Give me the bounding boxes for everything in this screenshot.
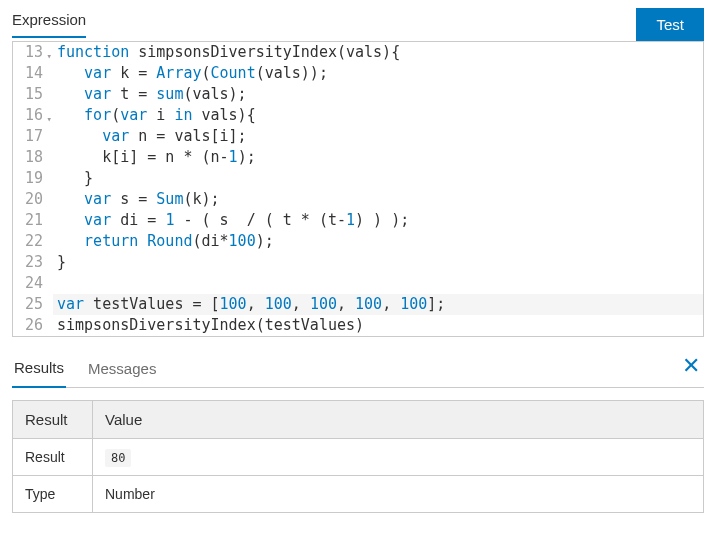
- tab-results[interactable]: Results: [12, 353, 66, 388]
- line-number: 21: [13, 210, 53, 231]
- code-line[interactable]: 14 var k = Array(Count(vals));: [13, 63, 703, 84]
- line-number: 25: [13, 294, 53, 315]
- code-content[interactable]: }: [53, 168, 703, 189]
- code-line[interactable]: 20 var s = Sum(k);: [13, 189, 703, 210]
- code-line[interactable]: 22 return Round(di*100);: [13, 231, 703, 252]
- code-content[interactable]: var testValues = [100, 100, 100, 100, 10…: [53, 294, 703, 315]
- table-row: Result80: [13, 439, 704, 476]
- line-number: 14: [13, 63, 53, 84]
- line-number: 22: [13, 231, 53, 252]
- row-value: 80: [93, 439, 704, 476]
- code-line[interactable]: 13function simpsonsDiversityIndex(vals){: [13, 42, 703, 63]
- code-line[interactable]: 26simpsonsDiversityIndex(testValues): [13, 315, 703, 336]
- code-content[interactable]: k[i] = n * (n-1);: [53, 147, 703, 168]
- line-number: 26: [13, 315, 53, 336]
- code-line[interactable]: 25var testValues = [100, 100, 100, 100, …: [13, 294, 703, 315]
- code-content[interactable]: var n = vals[i];: [53, 126, 703, 147]
- code-content[interactable]: var s = Sum(k);: [53, 189, 703, 210]
- code-line[interactable]: 16 for(var i in vals){: [13, 105, 703, 126]
- code-editor[interactable]: 13function simpsonsDiversityIndex(vals){…: [12, 41, 704, 337]
- close-icon[interactable]: ✕: [682, 353, 700, 379]
- code-line[interactable]: 18 k[i] = n * (n-1);: [13, 147, 703, 168]
- line-number: 23: [13, 252, 53, 273]
- row-value: Number: [93, 476, 704, 513]
- line-number: 24: [13, 273, 53, 294]
- line-number: 16: [13, 105, 53, 126]
- line-number: 18: [13, 147, 53, 168]
- code-content[interactable]: var di = 1 - ( s / ( t * (t-1) ) );: [53, 210, 703, 231]
- code-line[interactable]: 21 var di = 1 - ( s / ( t * (t-1) ) );: [13, 210, 703, 231]
- code-content[interactable]: return Round(di*100);: [53, 231, 703, 252]
- row-label: Type: [13, 476, 93, 513]
- line-number: 15: [13, 84, 53, 105]
- code-line[interactable]: 17 var n = vals[i];: [13, 126, 703, 147]
- code-content[interactable]: var k = Array(Count(vals));: [53, 63, 703, 84]
- code-content[interactable]: }: [53, 252, 703, 273]
- tab-expression[interactable]: Expression: [12, 11, 86, 38]
- results-table: Result Value Result80TypeNumber: [12, 400, 704, 513]
- table-row: TypeNumber: [13, 476, 704, 513]
- code-line[interactable]: 24: [13, 273, 703, 294]
- code-line[interactable]: 23}: [13, 252, 703, 273]
- test-button[interactable]: Test: [636, 8, 704, 41]
- line-number: 17: [13, 126, 53, 147]
- code-content[interactable]: function simpsonsDiversityIndex(vals){: [53, 42, 703, 63]
- code-content[interactable]: for(var i in vals){: [53, 105, 703, 126]
- header-value: Value: [93, 401, 704, 439]
- line-number: 13: [13, 42, 53, 63]
- line-number: 20: [13, 189, 53, 210]
- code-line[interactable]: 19 }: [13, 168, 703, 189]
- code-content[interactable]: var t = sum(vals);: [53, 84, 703, 105]
- row-label: Result: [13, 439, 93, 476]
- tab-messages[interactable]: Messages: [86, 354, 158, 387]
- code-line[interactable]: 15 var t = sum(vals);: [13, 84, 703, 105]
- code-content[interactable]: simpsonsDiversityIndex(testValues): [53, 315, 703, 336]
- line-number: 19: [13, 168, 53, 189]
- header-result: Result: [13, 401, 93, 439]
- code-content[interactable]: [53, 273, 703, 294]
